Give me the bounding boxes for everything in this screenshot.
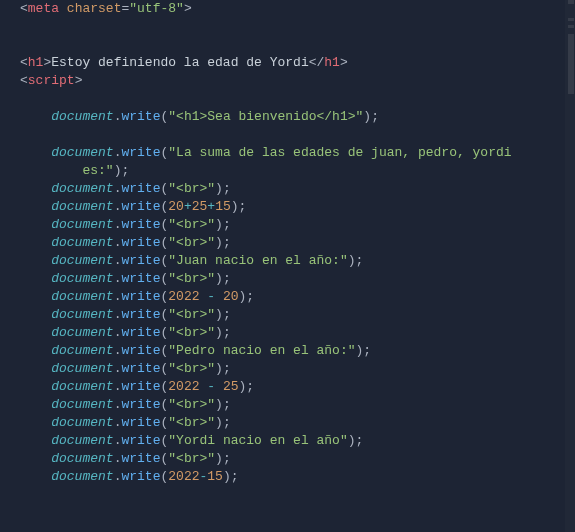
code-line: document.write("<br>"); [20, 270, 575, 288]
code-editor[interactable]: <meta charset="utf-8"> <h1>Estoy definie… [0, 0, 575, 486]
code-line [20, 36, 575, 54]
code-line: document.write("Yordi nacio en el año"); [20, 432, 575, 450]
code-line: document.write("<br>"); [20, 450, 575, 468]
code-line: document.write("Juan nacio en el año:"); [20, 252, 575, 270]
code-line: document.write("<br>"); [20, 306, 575, 324]
code-line [20, 90, 575, 108]
code-line: document.write(2022 - 20); [20, 288, 575, 306]
code-line: <h1>Estoy definiendo la edad de Yordi</h… [20, 54, 575, 72]
code-line [20, 126, 575, 144]
code-line: document.write("<br>"); [20, 216, 575, 234]
code-line: document.write(20+25+15); [20, 198, 575, 216]
code-line: document.write("La suma de las edades de… [20, 144, 575, 162]
code-line: document.write(2022 - 25); [20, 378, 575, 396]
code-line: document.write(2022-15); [20, 468, 575, 486]
code-line: document.write("<br>"); [20, 360, 575, 378]
code-line: es:"); [20, 162, 575, 180]
code-line [20, 18, 575, 36]
code-line: <meta charset="utf-8"> [20, 0, 575, 18]
code-line: document.write("<br>"); [20, 180, 575, 198]
code-line: document.write("<br>"); [20, 396, 575, 414]
code-line: document.write("Pedro nacio en el año:")… [20, 342, 575, 360]
code-line: document.write("<br>"); [20, 324, 575, 342]
code-line: document.write("<br>"); [20, 414, 575, 432]
minimap[interactable] [565, 0, 575, 532]
code-line: <script> [20, 72, 575, 90]
code-line: document.write("<h1>Sea bienvenido</h1>"… [20, 108, 575, 126]
code-line: document.write("<br>"); [20, 234, 575, 252]
